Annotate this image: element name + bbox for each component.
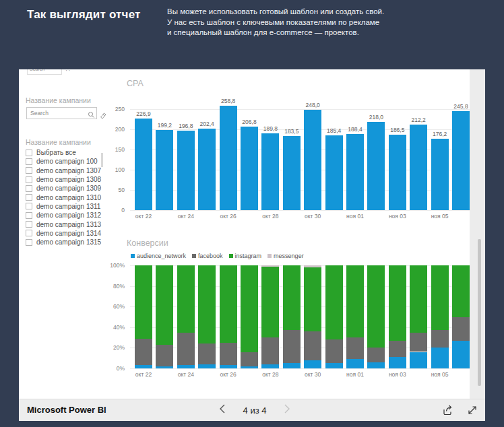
conv-bar-segment-audience_network[interactable] bbox=[367, 362, 385, 368]
campaign-list-item[interactable]: demo campaign 1310 bbox=[26, 193, 117, 201]
conv-bar-segment-facebook[interactable] bbox=[367, 348, 385, 362]
conv-bar-segment-instagram[interactable] bbox=[261, 267, 279, 338]
conv-bar-segment-facebook[interactable] bbox=[304, 331, 321, 360]
conv-bar-segment-instagram[interactable] bbox=[220, 265, 237, 343]
conv-bar-segment-audience_network[interactable] bbox=[198, 364, 216, 368]
filter-list-scrollbar[interactable] bbox=[101, 153, 103, 167]
conv-bar-segment-instagram[interactable] bbox=[304, 267, 321, 331]
conv-bar-segment-audience_network[interactable] bbox=[156, 366, 173, 368]
cpa-bar[interactable] bbox=[389, 135, 406, 210]
conv-bar-segment-instagram[interactable] bbox=[177, 265, 195, 333]
conv-bar-segment-instagram[interactable] bbox=[410, 265, 427, 333]
legend-item-facebook[interactable]: facebook bbox=[192, 253, 223, 259]
search-icon[interactable] bbox=[88, 109, 95, 121]
conv-bar-segment-instagram[interactable] bbox=[241, 265, 258, 352]
conv-bar-segment-facebook[interactable] bbox=[346, 337, 364, 359]
cpa-bar[interactable] bbox=[410, 125, 427, 210]
conv-bar-segment-audience_network[interactable] bbox=[389, 357, 406, 368]
conv-bar-segment-facebook[interactable] bbox=[198, 343, 216, 364]
search-input[interactable] bbox=[29, 108, 87, 118]
legend-item-audience_network[interactable]: audience_network bbox=[131, 253, 186, 259]
cpa-bar[interactable] bbox=[177, 131, 195, 210]
conv-bar-segment-facebook[interactable] bbox=[452, 317, 470, 341]
conv-bar-segment-audience_network[interactable] bbox=[241, 366, 258, 368]
cpa-y-tick: 200 bbox=[103, 126, 125, 133]
conv-bar-segment-audience_network[interactable] bbox=[261, 364, 279, 368]
conv-bar-segment-facebook[interactable] bbox=[135, 339, 152, 366]
cpa-bar[interactable] bbox=[367, 122, 385, 210]
conv-bar-segment-audience_network[interactable] bbox=[304, 360, 321, 368]
report-scrollbar-track[interactable] bbox=[470, 69, 485, 399]
checkbox[interactable] bbox=[26, 158, 32, 165]
checkbox[interactable] bbox=[26, 194, 32, 201]
conv-bar-segment-instagram[interactable] bbox=[198, 265, 216, 343]
conv-bar-segment-facebook[interactable] bbox=[325, 339, 343, 363]
conv-bar-segment-messenger[interactable] bbox=[261, 265, 279, 267]
checkbox[interactable] bbox=[26, 185, 32, 192]
chevron-left-icon[interactable] bbox=[218, 404, 226, 416]
checkbox[interactable] bbox=[26, 221, 32, 228]
conv-bar-segment-facebook[interactable] bbox=[241, 352, 258, 366]
conv-bar-segment-facebook[interactable] bbox=[431, 330, 449, 348]
cpa-bar[interactable] bbox=[431, 139, 449, 210]
conv-bar-segment-facebook[interactable] bbox=[156, 345, 173, 366]
checkbox[interactable] bbox=[26, 212, 32, 219]
conv-bar-segment-facebook[interactable] bbox=[220, 343, 237, 366]
conv-bar-segment-instagram[interactable] bbox=[389, 265, 406, 341]
share-icon[interactable] bbox=[442, 404, 454, 419]
conv-bar-segment-instagram[interactable] bbox=[156, 265, 173, 345]
fullscreen-icon[interactable] bbox=[466, 404, 478, 419]
legend-item-messenger[interactable]: messenger bbox=[267, 253, 304, 259]
report-scrollbar-thumb[interactable] bbox=[478, 239, 481, 386]
checkbox[interactable] bbox=[26, 239, 32, 246]
conv-bar-segment-instagram[interactable] bbox=[135, 265, 152, 339]
cpa-bar[interactable] bbox=[325, 135, 343, 210]
conv-bar-segment-facebook[interactable] bbox=[177, 332, 195, 365]
conv-bar-segment-audience_network[interactable] bbox=[283, 363, 301, 368]
cpa-bar[interactable] bbox=[241, 127, 258, 210]
cpa-bar[interactable] bbox=[283, 136, 301, 210]
cpa-bar-value-label: 212,2 bbox=[405, 117, 432, 123]
cpa-x-tick: окт 30 bbox=[299, 213, 326, 220]
conv-bar-segment-instagram[interactable] bbox=[367, 265, 385, 348]
cpa-bar-value-label: 188,4 bbox=[342, 126, 369, 133]
conv-bar-segment-facebook[interactable] bbox=[389, 341, 406, 358]
conv-bar-segment-facebook[interactable] bbox=[261, 337, 279, 364]
conv-bar-segment-facebook[interactable] bbox=[410, 332, 427, 352]
checkbox[interactable] bbox=[26, 150, 32, 156]
campaign-list-item[interactable]: demo campaign 1314 bbox=[26, 229, 117, 238]
conv-bar-segment-instagram[interactable] bbox=[283, 265, 301, 330]
checkbox[interactable] bbox=[26, 230, 32, 236]
campaign-list-item[interactable]: demo campaign 1308 bbox=[26, 175, 117, 184]
conv-bar-segment-audience_network[interactable] bbox=[177, 365, 195, 368]
conv-bar-segment-instagram[interactable] bbox=[325, 265, 343, 339]
checkbox[interactable] bbox=[26, 203, 32, 209]
conv-bar-segment-audience_network[interactable] bbox=[325, 363, 343, 368]
conv-bar-segment-instagram[interactable] bbox=[431, 265, 449, 330]
cpa-bar[interactable] bbox=[220, 106, 237, 210]
cpa-bar[interactable] bbox=[261, 133, 279, 210]
cpa-bar[interactable] bbox=[198, 129, 216, 210]
legend-item-instagram[interactable]: instagram bbox=[229, 253, 262, 259]
campaign-list-item[interactable]: demo campaign 1315 bbox=[26, 238, 117, 247]
cpa-bar[interactable] bbox=[304, 110, 321, 210]
conv-bar-segment-audience_network[interactable] bbox=[220, 365, 237, 368]
conv-bar-segment-messenger[interactable] bbox=[304, 265, 321, 267]
campaign-list-item[interactable]: demo campaign 1313 bbox=[26, 220, 117, 228]
cpa-bar[interactable] bbox=[156, 130, 173, 211]
cpa-bar[interactable] bbox=[452, 111, 470, 211]
checkbox[interactable] bbox=[26, 176, 32, 183]
campaign-label: demo campaign 100 bbox=[36, 158, 98, 165]
conv-bar-segment-audience_network[interactable] bbox=[452, 341, 470, 368]
conv-bar-segment-facebook[interactable] bbox=[283, 330, 301, 363]
conv-bar-segment-audience_network[interactable] bbox=[410, 352, 427, 369]
conv-bar-segment-audience_network[interactable] bbox=[135, 365, 152, 368]
cpa-bar[interactable] bbox=[135, 119, 152, 210]
conv-bar-segment-audience_network[interactable] bbox=[431, 348, 449, 368]
conv-bar-segment-instagram[interactable] bbox=[452, 265, 470, 317]
chevron-right-icon[interactable] bbox=[283, 404, 291, 416]
cpa-bar[interactable] bbox=[346, 134, 364, 210]
conv-bar-segment-instagram[interactable] bbox=[346, 265, 364, 337]
conv-bar-segment-audience_network[interactable] bbox=[346, 359, 364, 368]
checkbox[interactable] bbox=[26, 167, 32, 174]
